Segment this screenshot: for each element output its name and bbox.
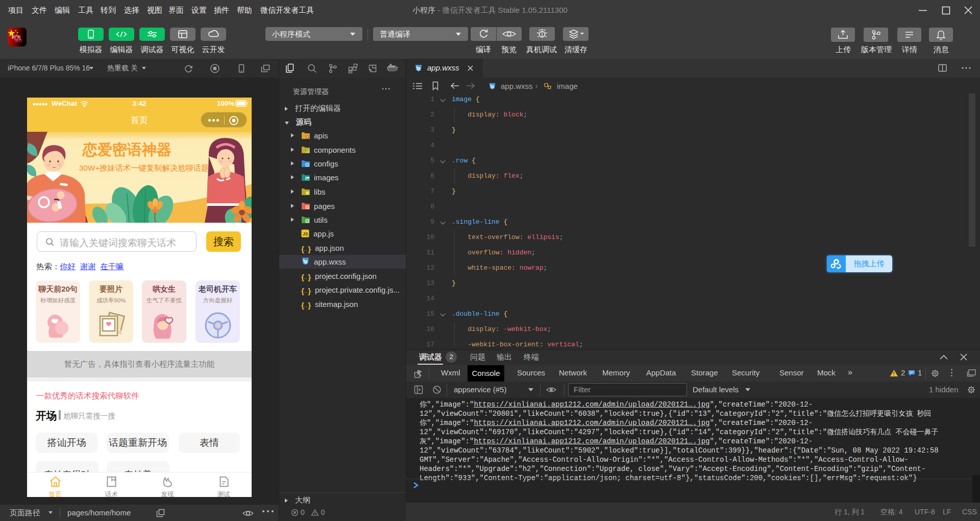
svg-text:有约: 有约 — [15, 39, 22, 43]
svg-text:恋爱密语神器: 恋爱密语神器 — [82, 141, 172, 158]
svg-text:30W+撩妹话术一键复制解决尬聊话题: 30W+撩妹话术一键复制解决尬聊话题 — [79, 163, 209, 172]
svg-text:#: # — [307, 135, 309, 138]
svg-text:JS: JS — [303, 231, 308, 236]
svg-text:!: ! — [893, 371, 895, 377]
